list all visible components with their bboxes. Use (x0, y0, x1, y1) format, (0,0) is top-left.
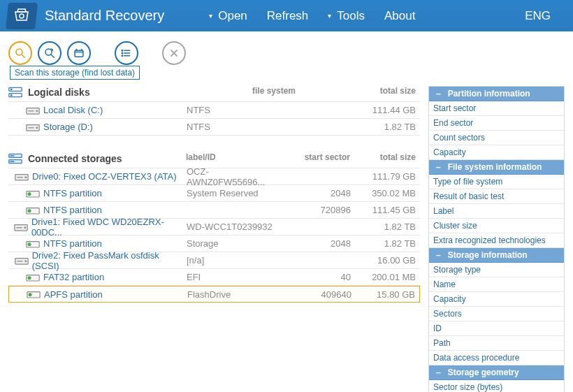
partition-row[interactable]: FAT32 partitionEFI40200.01 MB (8, 269, 420, 286)
property-row[interactable]: Capacity (429, 145, 564, 160)
partition-row[interactable]: APFS partitionFlashDrive40964015.80 GB (8, 286, 420, 303)
menu-tools[interactable]: Tools (318, 5, 375, 27)
menubar: Standard Recovery Open Refresh Tools Abo… (0, 0, 573, 31)
menu-open[interactable]: Open (199, 5, 257, 27)
disk-name: Local Disk (C:) (43, 105, 103, 115)
row-start: 2048 (284, 238, 351, 249)
svg-point-41 (25, 261, 27, 262)
svg-point-16 (10, 89, 12, 90)
svg-line-4 (51, 55, 55, 58)
property-row[interactable]: Data access procedure (429, 351, 564, 365)
property-row[interactable]: Sectors (429, 307, 564, 321)
logical-disk-row[interactable]: Local Disk (C:)NTFS111.44 GB (8, 102, 420, 119)
row-name: NTFS partition (43, 188, 102, 198)
property-row[interactable]: Count sectors (429, 131, 564, 145)
main-area: Logical disks file system total size Loc… (0, 65, 573, 392)
row-label: EFI (187, 272, 284, 282)
apfs-icon (26, 289, 41, 300)
row-size: 111.45 GB (351, 205, 420, 215)
svg-point-9 (122, 50, 123, 52)
row-label: WD-WCC1T0239932 (187, 222, 284, 232)
property-row[interactable]: ID (429, 321, 564, 336)
group-title: Partition information (448, 89, 530, 99)
collapse-icon: – (436, 368, 441, 377)
toolbar-close-button[interactable] (162, 41, 186, 65)
property-row[interactable]: End sector (429, 116, 564, 131)
drive-row[interactable]: Drive0: Fixed OCZ-VERTEX3 (ATA)OCZ-AWNZ0… (8, 168, 420, 185)
toolbar-list-button[interactable] (115, 41, 138, 65)
property-group-header[interactable]: –Storage information (429, 248, 564, 263)
logical-disks-icon (8, 87, 24, 98)
property-row[interactable]: Capacity (429, 292, 564, 307)
menu-refresh[interactable]: Refresh (257, 5, 319, 27)
property-row[interactable]: Type of file system (429, 175, 564, 189)
row-label: OCZ-AWNZ0FW55696... (187, 166, 284, 187)
row-size: 200.01 MB (351, 272, 420, 282)
drive-icon (14, 171, 29, 182)
disk-fs: NTFS (187, 122, 284, 132)
svg-point-10 (122, 52, 123, 54)
disk-icon (25, 122, 41, 133)
logical-disk-row[interactable]: Storage (D:)NTFS1.82 TB (8, 119, 420, 136)
svg-point-44 (28, 276, 31, 280)
col-label-id: label/ID (186, 152, 284, 165)
svg-point-39 (28, 242, 31, 246)
property-row[interactable]: Cluster size (429, 219, 564, 233)
drive-row[interactable]: Drive1: Fixed WDC WD20EZRX-00DC...WD-WCC… (8, 219, 420, 235)
row-start: 40 (284, 272, 351, 282)
property-group-header[interactable]: –Partition information (429, 87, 564, 101)
svg-point-1 (16, 49, 22, 55)
logical-disks-section: Logical disks file system total size Loc… (8, 86, 420, 136)
collapse-icon: – (436, 250, 441, 260)
fat-icon (25, 272, 41, 283)
disk-size: 111.44 GB (351, 105, 420, 115)
connected-storages-title: Connected storages (28, 153, 122, 164)
property-row[interactable]: Start sector (429, 101, 564, 116)
disk-icon (25, 105, 41, 116)
svg-point-32 (28, 192, 31, 196)
svg-point-29 (25, 177, 27, 178)
ntfs-icon (25, 205, 41, 216)
svg-rect-5 (75, 50, 83, 57)
menu-language[interactable]: ENG (515, 5, 560, 27)
toolbar-resume-scan-button[interactable] (38, 41, 61, 65)
property-row[interactable]: Result of basic test (429, 189, 564, 204)
property-row[interactable]: Storage type (429, 263, 564, 277)
disk-name: Storage (D:) (43, 122, 93, 132)
row-start: 409640 (285, 289, 351, 300)
svg-point-11 (122, 55, 123, 57)
property-row[interactable]: Path (429, 336, 564, 351)
row-label: Storage (187, 238, 284, 249)
storage-tree: Logical disks file system total size Loc… (8, 86, 420, 303)
disk-fs: NTFS (187, 105, 284, 115)
svg-point-46 (29, 293, 32, 296)
group-title: File system information (448, 162, 542, 172)
property-row[interactable]: Name (429, 277, 564, 292)
toolbar-scan-button[interactable] (8, 41, 32, 65)
connected-storages-icon (8, 153, 24, 164)
ntfs-icon (25, 188, 41, 199)
row-label: FlashDrive (187, 289, 285, 300)
drive-row[interactable]: Drive2: Fixed PassMark osfdisk (SCSI)[n/… (8, 252, 420, 269)
svg-point-22 (36, 127, 38, 129)
menu-about[interactable]: About (375, 5, 425, 27)
row-name: APFS partition (44, 289, 103, 300)
property-row[interactable]: Sector size (bytes) (429, 380, 564, 392)
group-title: Storage information (448, 250, 528, 260)
row-size: 111.79 GB (351, 171, 420, 182)
property-row[interactable]: Extra recognized technologies (429, 233, 564, 248)
col-total-size-2: total size (350, 152, 420, 165)
app-logo-icon (6, 3, 38, 29)
row-size: 1.82 TB (351, 238, 420, 249)
property-row[interactable]: Label (429, 204, 564, 219)
property-group-header[interactable]: –Storage geometry (429, 365, 564, 380)
disk-size: 1.82 TB (351, 122, 420, 132)
property-group-header[interactable]: –File system information (429, 160, 564, 175)
partition-row[interactable]: NTFS partitionSystem Reserved2048350.02 … (8, 185, 420, 202)
row-label: [n/a] (187, 255, 284, 266)
svg-point-17 (10, 94, 12, 96)
svg-point-36 (24, 227, 26, 228)
col-file-system: file system (252, 86, 350, 99)
row-name: Drive1: Fixed WDC WD20EZRX-00DC... (31, 217, 187, 238)
toolbar-save-button[interactable] (67, 41, 91, 65)
